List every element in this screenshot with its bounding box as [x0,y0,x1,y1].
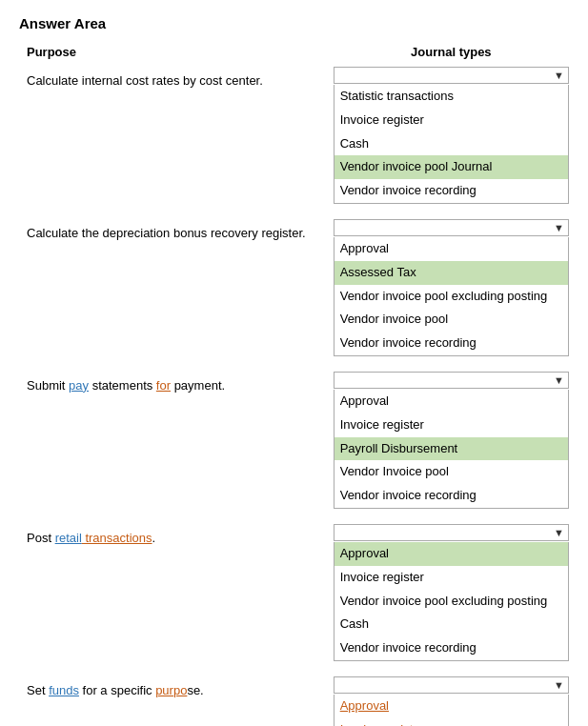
list-item[interactable]: Cash [335,132,568,156]
list-item[interactable]: Vendor invoice recording [335,332,568,355]
list-item[interactable]: Invoice register [335,566,568,590]
list-item[interactable]: Approval [335,695,568,718]
list-item[interactable]: Invoice register [335,718,568,726]
list-item[interactable]: Vendor invoice pool excluding posting [335,590,568,614]
purpose-cell: Calculate the depreciation bonus recover… [19,219,334,372]
list-item[interactable]: Vendor invoice pool excluding posting [335,285,568,309]
dropdown-list: ApprovalAssessed TaxVendor invoice pool … [334,237,569,356]
dropdown-header[interactable]: ▼ [334,67,569,84]
list-item[interactable]: Cash [335,613,568,636]
journal-cell: ▼ApprovalAssessed TaxVendor invoice pool… [334,219,569,372]
journal-header: Journal types [334,45,569,67]
list-item[interactable]: Vendor Invoice pool [335,460,568,484]
journal-cell: ▼Statistic transactionsInvoice registerC… [334,67,569,219]
list-item[interactable]: Vendor invoice recording [335,484,568,508]
purpose-cell: Submit pay statements for payment. [19,372,334,524]
page-title: Answer Area [19,15,569,31]
list-item[interactable]: Vendor invoice recording [335,636,568,660]
journal-cell: ▼ApprovalInvoice registerVendor invoice … [334,524,569,676]
list-item[interactable]: Payroll Disbursement [335,437,568,461]
list-item[interactable]: Vendor invoice recording [335,179,568,203]
list-item[interactable]: Assessed Tax [335,261,568,285]
journal-cell: ▼ApprovalInvoice registerVendor invoice … [334,676,569,726]
dropdown-header[interactable]: ▼ [334,219,569,236]
chevron-down-icon: ▼ [554,70,564,81]
list-item[interactable]: Approval [335,237,568,261]
list-item[interactable]: Approval [335,390,568,413]
list-item[interactable]: Statistic transactions [335,85,568,109]
dropdown-header[interactable]: ▼ [334,676,569,694]
dropdown-list: ApprovalInvoice registerPayroll Disburse… [334,390,569,509]
chevron-down-icon: ▼ [554,679,564,691]
purpose-cell: Set funds for a specific purpose. [19,676,334,726]
chevron-down-icon: ▼ [554,374,564,386]
list-item[interactable]: Approval [335,542,568,566]
journal-cell: ▼ApprovalInvoice registerPayroll Disburs… [334,372,569,524]
list-item[interactable]: Invoice register [335,109,568,132]
chevron-down-icon: ▼ [554,222,564,233]
purpose-header: Purpose [19,45,334,67]
dropdown-list: ApprovalInvoice registerVendor invoice p… [334,542,569,661]
list-item[interactable]: Invoice register [335,413,568,437]
purpose-cell: Calculate internal cost rates by cost ce… [19,67,334,219]
dropdown-list: ApprovalInvoice registerVendor invoice p… [334,695,569,726]
list-item[interactable]: Vendor invoice pool Journal [335,155,568,179]
dropdown-header[interactable]: ▼ [334,372,569,389]
dropdown-header[interactable]: ▼ [334,524,569,541]
purpose-cell: Post retail transactions. [19,524,334,676]
chevron-down-icon: ▼ [554,527,564,538]
list-item[interactable]: Vendor invoice pool [335,308,568,332]
dropdown-list: Statistic transactionsInvoice registerCa… [334,85,569,204]
